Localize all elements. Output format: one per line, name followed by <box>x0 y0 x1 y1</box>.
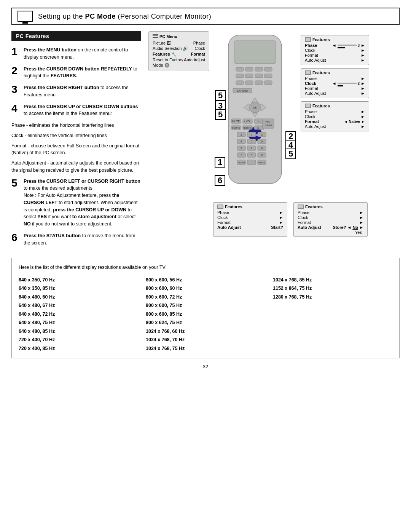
content-row: PC Features 1 Press the MENU button on t… <box>11 31 400 251</box>
res-720-400-70: 720 x 400, 70 Hz <box>19 335 138 344</box>
feature-box-format: Features Phase► Clock► Format ◄ Native ►… <box>301 101 369 131</box>
fb3-phase: Phase► <box>305 109 365 114</box>
svg-text:ZOOM: ZOOM <box>238 161 245 164</box>
fb2-auto: Auto Adjust► <box>305 91 365 96</box>
resolution-col3: 1024 x 768, 85 Hz 1152 x 864, 75 Hz 1280… <box>273 276 392 353</box>
res-640-480-60: 640 x 480, 60 Hz <box>19 293 138 302</box>
svg-text:MUTE: MUTE <box>232 120 240 123</box>
step-content-1: Press the MENU button on the remote cont… <box>24 46 141 61</box>
svg-text:9: 9 <box>261 147 263 150</box>
res-1024-768-85: 1024 x 768, 85 Hz <box>273 276 392 284</box>
feature-box-autostart: Features Phase► Clock► Format► Auto Adju… <box>213 202 287 237</box>
fb1-format: Format► <box>305 53 365 58</box>
res-800-600-85: 800 x 600, 85 Hz <box>146 310 265 319</box>
svg-rect-80 <box>298 205 303 208</box>
feature-phase: Phase - eliminates the horizontal interf… <box>11 122 141 129</box>
svg-text:+ VOL: + VOL <box>244 120 251 123</box>
step-content-2: Press the CURSOR DOWN button REPEATEDLY … <box>24 66 141 80</box>
svg-rect-74 <box>306 71 310 74</box>
fb2-phase: Phase► <box>305 76 365 81</box>
step-6: 6 Press the STATUS button to remove the … <box>11 232 141 247</box>
svg-rect-11 <box>236 74 244 78</box>
svg-rect-68 <box>263 119 274 128</box>
res-800-600-75: 800 x 600, 75 Hz <box>146 301 265 310</box>
menu-row-mode: Mode 🔘 <box>153 63 205 68</box>
fb5-auto-store: Auto Adjust Store? ◄ No ► Yes <box>298 225 363 235</box>
res-1024-768-70: 1024 x 768, 70 Hz <box>146 335 265 344</box>
step-content-6: Press the STATUS button to remove the me… <box>24 232 141 247</box>
svg-text:*: * <box>241 153 242 157</box>
feature-clock: Clock - eliminates the vertical interfer… <box>11 132 141 139</box>
page-number: 32 <box>11 364 400 369</box>
feature-boxes-bottom: Features Phase► Clock► Format► Auto Adju… <box>213 202 400 237</box>
res-640-350-70: 640 x 350, 70 Hz <box>19 276 138 284</box>
pc-menu-box: PC Menu Picture 🖼Phase Audio Selection 🔊… <box>148 31 209 71</box>
res-1152-864-75: 1152 x 864, 75 Hz <box>273 284 392 293</box>
page-header: Setting up the PC Mode (Personal Compute… <box>11 8 400 25</box>
res-640-480-67: 640 x 480, 67 Hz <box>19 301 138 310</box>
res-1024-768-60: 1024 x 768, 60 Hz <box>146 327 265 336</box>
res-720-400-85: 720 x 400, 85 Hz <box>19 344 138 353</box>
menu-row-features: Features 🔧Format <box>153 52 205 57</box>
res-640-480-75: 640 x 480, 75 Hz <box>19 318 138 327</box>
svg-rect-72 <box>306 38 310 41</box>
fb5-clock: Clock► <box>298 215 363 220</box>
svg-rect-1 <box>153 35 158 36</box>
step-content-4: Press the CURSOR UP or CURSOR DOWN butto… <box>24 103 141 118</box>
monitor-icon <box>18 11 33 22</box>
step-number-5: 5 <box>11 178 20 189</box>
res-800-600-56: 800 x 600, 56 Hz <box>146 276 265 284</box>
feature-box-clock: Features Phase► Clock ◄ 2 ► <box>301 68 369 98</box>
step-5: 5 Press the CURSOR LEFT or CURSOR RIGHT … <box>11 178 141 228</box>
svg-rect-15 <box>236 81 244 85</box>
step-number-6: 6 <box>11 232 20 243</box>
svg-text:SOUND: SOUND <box>232 127 240 129</box>
svg-rect-9 <box>255 67 263 71</box>
fb1-phase: Phase ◄ 3 ► <box>305 43 365 48</box>
resolution-box: Here is the list of the different displa… <box>11 258 400 358</box>
menu-row-audio: Audio Selection 🔊Clock <box>153 46 205 51</box>
svg-text:2: 2 <box>251 133 253 136</box>
menu-icon <box>153 34 158 39</box>
svg-rect-65 <box>247 160 256 165</box>
step-number-4: 4 <box>11 103 20 114</box>
svg-text:6: 6 <box>261 140 263 143</box>
svg-text:CH: CH <box>257 127 261 129</box>
fb4-format: Format► <box>217 220 283 225</box>
section-title: PC Features <box>11 31 141 41</box>
step-badge-1: 1 <box>215 157 225 168</box>
fb2-title: Features <box>305 70 365 75</box>
svg-text:EXPAND: EXPAND <box>237 89 248 92</box>
svg-text:0: 0 <box>251 153 253 157</box>
page-container: Setting up the PC Mode (Personal Compute… <box>11 8 400 369</box>
fb1-title: Features <box>305 37 365 42</box>
svg-rect-13 <box>255 74 263 78</box>
resolution-intro: Here is the list of the different displa… <box>19 264 392 272</box>
step-number-2: 2 <box>11 66 20 76</box>
res-1024-768-75: 1024 x 768, 75 Hz <box>146 344 265 353</box>
svg-text:GRAM: GRAM <box>265 124 272 126</box>
svg-text:4: 4 <box>241 140 242 143</box>
svg-rect-2 <box>153 37 158 38</box>
feature-box-autostore: Features Phase► Clock► Format► Auto Adju… <box>293 202 368 237</box>
svg-rect-8 <box>245 67 253 71</box>
svg-text:+: + <box>258 120 260 123</box>
fb3-title: Features <box>305 104 365 108</box>
svg-text:5: 5 <box>251 140 253 143</box>
step-badge-5b: 5 <box>215 109 226 120</box>
resolution-col2: 800 x 600, 56 Hz 800 x 600, 60 Hz 800 x … <box>146 276 265 353</box>
pc-menu-title: PC Menu <box>153 34 205 39</box>
svg-text:8: 8 <box>251 147 253 150</box>
fb3-format: Format ◄ Native ► <box>305 119 365 124</box>
svg-text:RETURN: RETURN <box>243 127 252 129</box>
fb4-auto: Auto Adjust Start? <box>217 225 283 230</box>
step-badge-5c: 5 <box>285 149 296 159</box>
step-list-2: 5 Press the CURSOR LEFT or CURSOR RIGHT … <box>11 178 141 247</box>
resolution-grid: 640 x 350, 70 Hz 640 x 350, 85 Hz 640 x … <box>19 276 392 353</box>
svg-text:1: 1 <box>241 133 242 136</box>
right-column: PC Menu Picture 🖼Phase Audio Selection 🔊… <box>148 31 400 251</box>
fb4-title: Features <box>217 204 283 209</box>
svg-text:7: 7 <box>241 147 242 150</box>
feature-boxes-right: Features Phase ◄ 3 ► Clock► <box>301 35 369 131</box>
step-badge-6: 6 <box>215 175 225 186</box>
